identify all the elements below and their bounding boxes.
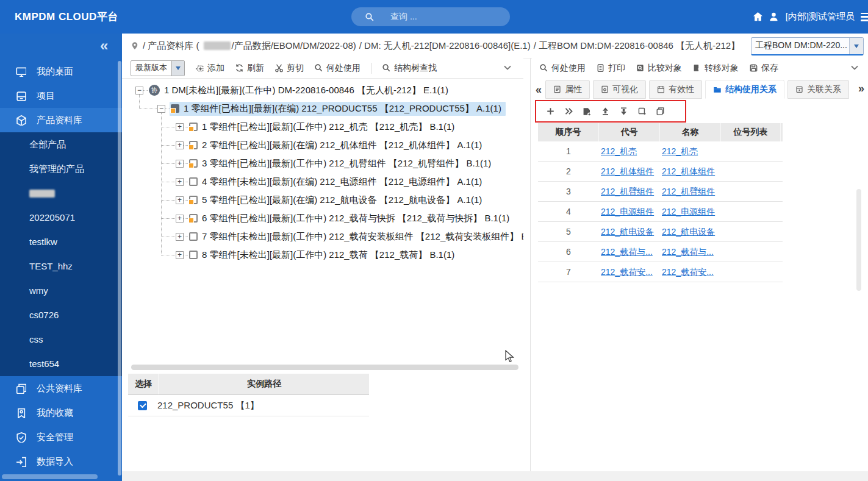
- detail-toolbar-mag-button[interactable]: 何处使用: [539, 63, 586, 74]
- tabs-next-icon[interactable]: »: [858, 82, 864, 95]
- usage-code-link[interactable]: 212_电源组件: [601, 207, 654, 216]
- usage-code-link[interactable]: 212_载荷安...: [601, 267, 653, 277]
- paste-icon[interactable]: [582, 107, 592, 116]
- move-up-icon[interactable]: [600, 107, 610, 116]
- sidebar-item-shield[interactable]: 安全管理: [0, 425, 122, 449]
- sidebar-item-import[interactable]: 数据导入: [0, 449, 122, 474]
- sidebar-subitem[interactable]: 我管理的产品: [0, 157, 122, 181]
- detail-toolbar-print-button[interactable]: 打印: [596, 63, 625, 74]
- global-search-input[interactable]: 查询 ...: [351, 7, 510, 26]
- usage-name-link[interactable]: 212_机体组件: [662, 166, 715, 176]
- version-select[interactable]: 最新版本: [131, 60, 185, 76]
- user-icon[interactable]: [766, 9, 782, 25]
- menu-icon[interactable]: [861, 13, 868, 21]
- usage-name-link[interactable]: 212_载荷与...: [662, 247, 714, 257]
- expand-all-icon[interactable]: [564, 107, 573, 116]
- tree-row[interactable]: + 8 零组件[未检出][最新](工作中) 212_载荷 【212_载荷】 B.…: [176, 246, 459, 264]
- detail-toolbar-collapse-icon[interactable]: [850, 63, 859, 73]
- sidebar-horizontal-scrollbar[interactable]: [2, 474, 98, 479]
- tab-viz[interactable]: 可视化: [593, 80, 646, 99]
- current-user-label[interactable]: [内部]测试管理员: [786, 11, 855, 23]
- tree-toolbar-collapse-icon[interactable]: [503, 63, 512, 73]
- tree-row[interactable]: + 5 零组件[已检出][最新](在编) 212_航电设备 【212_航电设备】…: [176, 191, 486, 209]
- tree-row[interactable]: + 4 零组件[未检出][最新](在编) 212_电源组件 【212_电源组件】…: [176, 173, 486, 191]
- breadcrumb-segment[interactable]: / DM: 无人机-212[DM-220816-00846](E.1): [359, 40, 531, 52]
- sidebar-subitem[interactable]: TEST_hhz: [0, 254, 122, 279]
- copy-new-icon[interactable]: [637, 107, 647, 116]
- tree-expander-plus[interactable]: +: [176, 233, 184, 241]
- tree-row[interactable]: − 协1 DM[未检出][最新](工作中) DM-220816-00846 【无…: [135, 81, 453, 99]
- sidebar-item-project[interactable]: 项目: [0, 84, 122, 108]
- tab-usage[interactable]: 结构使用关系: [705, 80, 784, 99]
- sidebar-vertical-scrollbar[interactable]: [118, 61, 121, 476]
- tree-expander-plus[interactable]: +: [176, 141, 184, 149]
- tree-expander-plus[interactable]: +: [176, 123, 184, 131]
- breadcrumb-segment[interactable]: / 工程BOM DM:DM-220816-00846 【无人机-212】: [534, 40, 740, 52]
- tree-expander-plus[interactable]: +: [176, 196, 184, 204]
- tree-node-label: 2 零组件[已检出][最新](在编) 212_机体组件 【212_机体组件】 A…: [202, 140, 482, 151]
- tree-expander-plus[interactable]: +: [176, 178, 184, 186]
- detail-vertical-scrollbar[interactable]: [856, 189, 861, 291]
- tree-expander-minus[interactable]: −: [157, 105, 165, 113]
- copy-icon[interactable]: [655, 107, 665, 116]
- tree-expander-plus[interactable]: +: [176, 215, 184, 223]
- sidebar-item-bookmark[interactable]: 我的收藏: [0, 401, 122, 425]
- instance-checkbox[interactable]: [138, 401, 147, 410]
- tree-expander-plus[interactable]: +: [176, 251, 184, 259]
- usage-code-link[interactable]: 212_载荷与...: [601, 247, 653, 257]
- detail-toolbar-save-button[interactable]: 保存: [749, 63, 778, 74]
- tree-row[interactable]: + 1 零组件[已检出][最新](工作中) 212_机壳 【212_机壳】 B.…: [176, 118, 459, 136]
- chevron-down-icon[interactable]: [171, 61, 184, 76]
- sidebar-subitem[interactable]: wmy: [0, 279, 122, 303]
- tree-row[interactable]: + 2 零组件[已检出][最新](在编) 212_机体组件 【212_机体组件】…: [176, 136, 486, 154]
- sidebar-item-stack[interactable]: 公共资料库: [0, 376, 122, 401]
- move-down-icon[interactable]: [619, 107, 628, 116]
- sidebar-subitem[interactable]: css: [0, 327, 122, 352]
- tab-assoc[interactable]: 关联关系: [787, 80, 849, 99]
- detail-toolbar-compare-button[interactable]: 比较对象: [636, 63, 682, 74]
- breadcrumb-segment[interactable]: /产品数据/EBOM/DM/2022-08): [232, 40, 356, 52]
- tree-toolbar-addnode-button[interactable]: 添加: [195, 63, 224, 74]
- usage-name-link[interactable]: 212_电源组件: [662, 207, 715, 216]
- tree-expander-plus[interactable]: +: [176, 160, 184, 168]
- tree-row[interactable]: + 3 零组件[已检出][最新](工作中) 212_机臂组件 【212_机臂组件…: [176, 154, 495, 173]
- breadcrumb-segment[interactable]: / 产品资料库 (: [143, 40, 199, 52]
- tree-row[interactable]: − 1 零组件[已检出][最新](在编) 212_PRODUCT55 【212_…: [157, 99, 506, 118]
- sidebar-collapse-icon[interactable]: «: [100, 38, 108, 53]
- usage-code-link[interactable]: 212_机体组件: [601, 166, 654, 176]
- usage-seq: 6: [538, 247, 599, 257]
- sidebar-subitem[interactable]: testlkw: [0, 230, 122, 254]
- tree-row[interactable]: + 7 零组件[未检出][最新](工作中) 212_载荷安装板组件 【212_载…: [176, 227, 523, 246]
- usage-name-link[interactable]: 212_航电设备: [662, 227, 715, 237]
- sidebar-item-desktop[interactable]: 我的桌面: [0, 59, 122, 84]
- usage-name-link[interactable]: 212_载荷安...: [662, 267, 714, 277]
- tree-toolbar-refresh-button[interactable]: 刷新: [235, 63, 264, 74]
- tree-toolbar-mag-button[interactable]: 何处使用: [314, 63, 360, 74]
- sidebar-subitem-redacted[interactable]: [0, 181, 122, 205]
- sidebar-subitem[interactable]: 202205071: [0, 205, 122, 230]
- usage-code-link[interactable]: 212_机臂组件: [601, 187, 654, 196]
- tree-expander-minus[interactable]: −: [135, 87, 143, 94]
- tree-toolbar-cut-button[interactable]: 剪切: [274, 63, 304, 74]
- home-icon[interactable]: [750, 9, 766, 25]
- sidebar-subitem[interactable]: test654: [0, 352, 122, 376]
- context-bom-dropdown[interactable]: 工程BOM DM:DM-220...: [751, 37, 864, 55]
- sidebar-subitem[interactable]: 全部产品: [0, 132, 122, 157]
- tab-attr[interactable]: 属性: [545, 80, 590, 99]
- sidebar-subitem[interactable]: cs0726: [0, 303, 122, 327]
- tree-guide-line: [162, 145, 175, 146]
- usage-name-link[interactable]: 212_机臂组件: [662, 187, 715, 196]
- usage-code-link[interactable]: 212_航电设备: [601, 227, 654, 237]
- sidebar-item-label: 数据导入: [37, 456, 73, 468]
- detail-toolbar-transfer-button[interactable]: 转移对象: [692, 63, 739, 74]
- tree-row[interactable]: + 6 零组件[已检出][最新](工作中) 212_载荷与快拆 【212_载荷与…: [176, 209, 514, 227]
- sidebar-item-cube[interactable]: 产品资料库: [0, 108, 122, 132]
- tab-valid[interactable]: 有效性: [649, 80, 702, 99]
- add-icon[interactable]: [545, 107, 555, 116]
- usage-code-link[interactable]: 212_机壳: [601, 146, 637, 156]
- tree-horizontal-scrollbar[interactable]: [131, 365, 518, 370]
- tabs-prev-icon[interactable]: «: [534, 84, 545, 99]
- chevron-down-icon[interactable]: [849, 38, 863, 54]
- tree-search-button[interactable]: 结构树查找: [382, 63, 437, 74]
- usage-name-link[interactable]: 212_机壳: [662, 146, 698, 156]
